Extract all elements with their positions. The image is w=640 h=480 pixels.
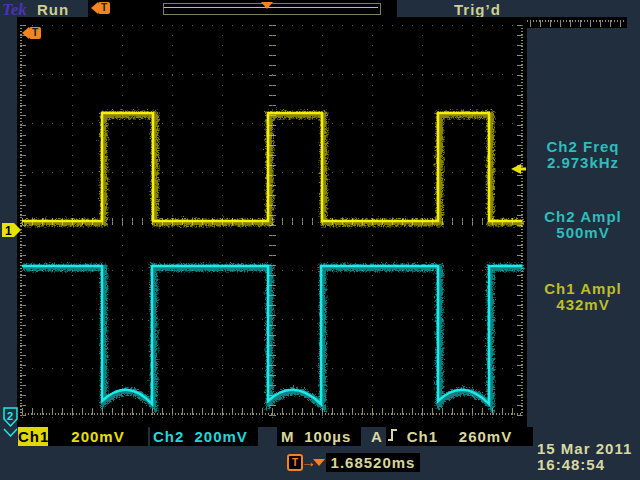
ch1-marker-label: 1 [5,224,12,238]
graticule-column [472,25,473,417]
measurement-label: Ch2 Ampl [531,209,635,225]
graticule-column [322,25,323,417]
measurement-value: 500mV [531,225,635,241]
waveform-display: T [17,17,527,427]
trigger-mode-label: A [371,427,383,446]
ch2-label: Ch2 [153,427,184,446]
trigger-readout-box: Ch1 260mV [386,427,533,446]
trigger-source: Ch1 [407,427,438,446]
measurement-ch2-ampl: Ch2 Ampl 500mV [531,209,635,241]
trigger-level: 260mV [459,427,512,446]
date-time: 15 Mar 2011 16:48:54 [537,441,638,473]
timebase-box: M 100µs [277,427,361,446]
oscilloscope-screen: Tek Run T Trig’d T [0,0,640,480]
ch1-badge: Ch1 [18,427,48,446]
timebase-value: 100µs [295,427,362,446]
trigger-position-value: 1.68520ms [326,453,420,472]
trigger-position-marker-bar-icon [261,2,273,9]
ch2-scale-box: Ch2 200mV [150,427,258,446]
trigger-t-icon: T [29,27,41,39]
graticule-column [222,25,223,417]
ch2-ground-marker: 2 [4,408,17,436]
rising-edge-icon [386,427,399,442]
trigger-marker-icon [313,459,325,466]
measurement-value: 2.973kHz [531,155,635,171]
ch2-scale: 200mV [184,427,258,446]
measurement-label: Ch2 Freq [531,139,635,155]
acquisition-status: Run [37,1,69,18]
trigger-offscreen-icon-plot: T [22,27,41,39]
graticule-column [122,25,123,417]
graticule-column [172,25,173,417]
time: 16:48:54 [537,457,638,473]
arrow-left-icon [91,2,98,14]
graticule-column [522,25,523,417]
trigger-t-icon: T [98,2,110,14]
measurement-ch1-ampl: Ch1 Ampl 432mV [531,281,635,313]
ch1-scale: 200mV [48,427,148,446]
trigger-offscreen-icon-top: T [91,2,110,14]
measurement-label: Ch1 Ampl [531,281,635,297]
arrow-left-icon [22,27,29,39]
graticule-column [22,25,23,417]
date: 15 Mar 2011 [537,441,638,457]
graticule-row [22,417,522,418]
measurement-ch2-freq: Ch2 Freq 2.973kHz [531,139,635,171]
trigger-status: Trig’d [454,1,501,18]
graticule-column [72,25,73,417]
graticule-column [372,25,373,417]
ch2-marker-label: 2 [7,410,13,422]
graticule-column [272,25,273,417]
graticule-column [422,25,423,417]
measurement-value: 432mV [531,297,635,313]
timebase-label: M [281,427,295,446]
